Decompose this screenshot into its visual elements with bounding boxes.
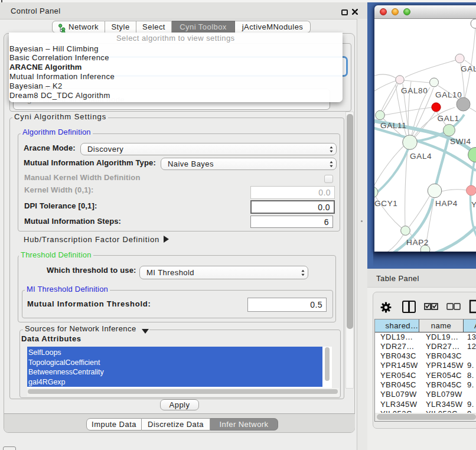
svg-text:YM: YM xyxy=(471,200,476,209)
svg-text:SWI4: SWI4 xyxy=(450,137,471,146)
svg-text:GAL4: GAL4 xyxy=(410,152,432,161)
svg-text:HAP2: HAP2 xyxy=(406,238,429,247)
svg-text:GAL80: GAL80 xyxy=(401,86,428,95)
svg-text:GAL7: GAL7 xyxy=(461,64,476,73)
svg-text:GAL10: GAL10 xyxy=(435,90,462,99)
svg-text:GAL11: GAL11 xyxy=(380,121,407,130)
svg-text:GCY1: GCY1 xyxy=(374,199,398,208)
svg-text:HAP4: HAP4 xyxy=(435,199,458,208)
svg-text:GAL1: GAL1 xyxy=(438,114,459,123)
